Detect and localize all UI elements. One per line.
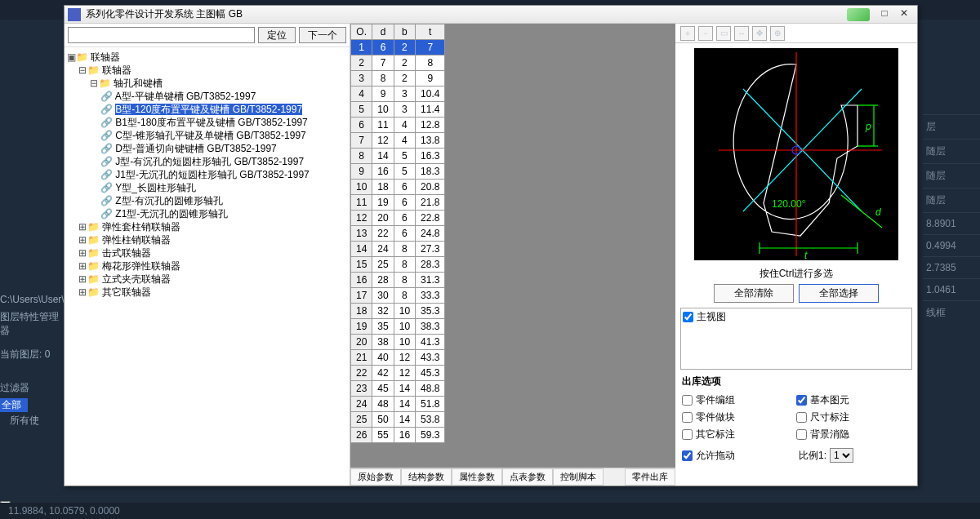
cell[interactable]: 14	[394, 412, 415, 428]
cell[interactable]: 6	[394, 180, 415, 195]
cell[interactable]: 25	[372, 257, 394, 273]
cell[interactable]: 15	[351, 257, 372, 273]
cell[interactable]: 3	[351, 71, 372, 86]
table-row[interactable]: 1628831.3	[351, 273, 445, 288]
cell[interactable]: 6	[351, 118, 372, 133]
cell[interactable]: 59.3	[416, 428, 445, 443]
cell[interactable]: 6	[394, 211, 415, 226]
cell[interactable]: 35.3	[416, 304, 445, 319]
table-row[interactable]: 814516.3	[351, 149, 445, 164]
cell[interactable]: 28	[372, 273, 394, 288]
tree-leaf[interactable]: 🔗 J型-有沉孔的短圆柱形轴孔 GB/T3852-1997	[66, 155, 348, 168]
cell[interactable]: 23	[351, 381, 372, 397]
cell[interactable]: 18	[372, 180, 394, 195]
cell[interactable]: 8	[372, 71, 394, 86]
cell[interactable]: 10.4	[416, 86, 445, 102]
cell[interactable]: 8	[394, 242, 415, 257]
cell[interactable]: 24.8	[416, 226, 445, 242]
opt-bghide-checkbox[interactable]	[796, 429, 807, 440]
cell[interactable]: 48	[372, 397, 394, 412]
cell[interactable]: 8	[394, 273, 415, 288]
col-header[interactable]: d	[372, 24, 394, 40]
cell[interactable]: 11	[372, 118, 394, 133]
cell[interactable]: 26	[351, 428, 372, 443]
table-row[interactable]: 20381041.3	[351, 335, 445, 350]
cell[interactable]: 1	[351, 40, 372, 55]
table-row[interactable]: 1730833.3	[351, 288, 445, 304]
tree-leaf[interactable]: 🔗 Y型_长圆柱形轴孔	[66, 181, 348, 194]
table-row[interactable]: 21401243.3	[351, 350, 445, 366]
cell[interactable]: 55	[372, 428, 394, 443]
cell[interactable]: 2	[394, 40, 415, 55]
cell[interactable]: 16	[351, 273, 372, 288]
opt-group-checkbox[interactable]	[682, 395, 693, 406]
cell[interactable]: 5	[394, 149, 415, 164]
tree-folder[interactable]: ⊞📁 梅花形弹性联轴器	[66, 260, 348, 273]
cell[interactable]: 7	[372, 55, 394, 71]
cell[interactable]: 10	[351, 180, 372, 195]
table-row[interactable]: 712413.8	[351, 133, 445, 149]
search-input[interactable]	[68, 27, 255, 43]
cell[interactable]: 22	[351, 366, 372, 381]
tree-leaf[interactable]: 🔗 B型-120度布置平键及键槽 GB/T3852-1997	[66, 103, 348, 116]
cell[interactable]: 9	[416, 71, 445, 86]
opt-other-checkbox[interactable]	[682, 429, 693, 440]
cell[interactable]: 3	[394, 86, 415, 102]
table-row[interactable]: 18321035.3	[351, 304, 445, 319]
cell[interactable]: 12	[372, 133, 394, 149]
cell[interactable]: 11	[351, 195, 372, 211]
tree-folder[interactable]: ⊞📁 弹性套柱销联轴器	[66, 220, 348, 233]
tree-folder[interactable]: ⊞📁 击式联轴器	[66, 246, 348, 260]
locate-button[interactable]: 定位	[258, 27, 296, 43]
table-row[interactable]: 1627	[351, 40, 445, 55]
cell[interactable]: 20.8	[416, 180, 445, 195]
cell[interactable]: 20	[372, 211, 394, 226]
table-row[interactable]: 1322624.8	[351, 226, 445, 242]
cell[interactable]: 5	[394, 164, 415, 180]
cell[interactable]: 51.8	[416, 397, 445, 412]
opt-dim-checkbox[interactable]	[796, 412, 807, 423]
clear-all-button[interactable]: 全部清除	[714, 284, 794, 303]
cell[interactable]: 3	[394, 102, 415, 118]
table-row[interactable]: 22421245.3	[351, 366, 445, 381]
cell[interactable]: 11.4	[416, 102, 445, 118]
table-row[interactable]: 19351038.3	[351, 319, 445, 335]
table-row[interactable]: 3829	[351, 71, 445, 86]
export-part-button[interactable]: 零件出库	[625, 468, 675, 486]
cell[interactable]: 19	[351, 319, 372, 335]
cell[interactable]: 28.3	[416, 257, 445, 273]
filter-all[interactable]: 全部	[0, 398, 28, 412]
cell[interactable]: 43.3	[416, 350, 445, 366]
table-row[interactable]: 1119621.8	[351, 195, 445, 211]
cell[interactable]: 7	[416, 40, 445, 55]
cell[interactable]: 6	[394, 226, 415, 242]
cell[interactable]: 2	[351, 55, 372, 71]
cell[interactable]: 14	[394, 381, 415, 397]
cell[interactable]: 31.3	[416, 273, 445, 288]
cell[interactable]: 14	[394, 397, 415, 412]
next-button[interactable]: 下一个	[299, 27, 346, 43]
zoom-out-icon[interactable]: －	[698, 26, 713, 41]
opt-drag-checkbox[interactable]	[682, 450, 693, 461]
table-row[interactable]: 26551659.3	[351, 428, 445, 443]
table-row[interactable]: 510311.4	[351, 102, 445, 118]
cell[interactable]: 4	[351, 86, 372, 102]
table-row[interactable]: 25501453.8	[351, 412, 445, 428]
cell[interactable]: 24	[372, 242, 394, 257]
table-row[interactable]: 23451448.8	[351, 381, 445, 397]
tab[interactable]: 点表参数	[502, 468, 553, 486]
cell[interactable]: 27.3	[416, 242, 445, 257]
tree-folder[interactable]: ⊞📁 弹性柱销联轴器	[66, 233, 348, 246]
opt-block-checkbox[interactable]	[682, 412, 693, 423]
cell[interactable]: 2	[394, 71, 415, 86]
view-list[interactable]: 主视图	[680, 308, 912, 370]
cell[interactable]: 13.8	[416, 133, 445, 149]
cell[interactable]: 33.3	[416, 288, 445, 304]
cell[interactable]: 38	[372, 335, 394, 350]
opt-primitive-checkbox[interactable]	[796, 395, 807, 406]
table-row[interactable]: 1525828.3	[351, 257, 445, 273]
tree-leaf[interactable]: 🔗 Z型-有沉孔的圆锥形轴孔	[66, 194, 348, 207]
cell[interactable]: 35	[372, 319, 394, 335]
cell[interactable]: 5	[351, 102, 372, 118]
cell[interactable]: 53.8	[416, 412, 445, 428]
